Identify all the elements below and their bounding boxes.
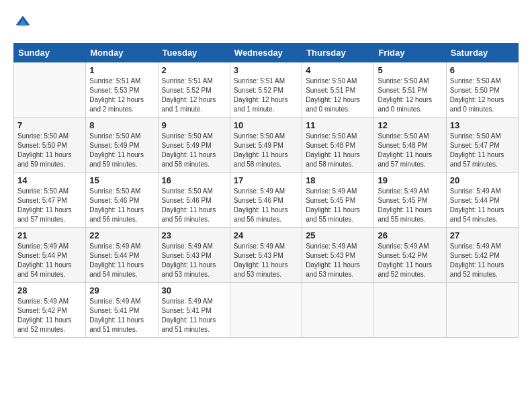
- day-number: 23: [162, 230, 226, 240]
- calendar-week-row: 14Sunrise: 5:50 AM Sunset: 5:47 PM Dayli…: [14, 173, 519, 228]
- day-info: Sunrise: 5:50 AM Sunset: 5:51 PM Dayligh…: [306, 77, 370, 114]
- day-number: 12: [378, 120, 442, 130]
- calendar-cell: 15Sunrise: 5:50 AM Sunset: 5:46 PM Dayli…: [86, 173, 158, 228]
- calendar-cell: [446, 283, 518, 338]
- calendar-cell: 10Sunrise: 5:50 AM Sunset: 5:49 PM Dayli…: [230, 118, 302, 173]
- day-number: 9: [162, 120, 226, 130]
- day-info: Sunrise: 5:50 AM Sunset: 5:50 PM Dayligh…: [450, 77, 515, 114]
- weekday-header: Wednesday: [230, 44, 302, 62]
- day-number: 21: [17, 230, 82, 240]
- calendar-cell: 5Sunrise: 5:50 AM Sunset: 5:51 PM Daylig…: [374, 62, 446, 118]
- calendar-cell: 18Sunrise: 5:49 AM Sunset: 5:45 PM Dayli…: [302, 173, 374, 228]
- day-number: 16: [162, 175, 226, 185]
- calendar-cell: [230, 283, 302, 338]
- day-info: Sunrise: 5:49 AM Sunset: 5:42 PM Dayligh…: [378, 242, 442, 279]
- calendar-cell: 12Sunrise: 5:50 AM Sunset: 5:48 PM Dayli…: [374, 118, 446, 173]
- calendar-week-row: 7Sunrise: 5:50 AM Sunset: 5:50 PM Daylig…: [14, 118, 519, 173]
- calendar-cell: 22Sunrise: 5:49 AM Sunset: 5:44 PM Dayli…: [86, 228, 158, 283]
- calendar-cell: 16Sunrise: 5:50 AM Sunset: 5:46 PM Dayli…: [158, 173, 230, 228]
- day-info: Sunrise: 5:50 AM Sunset: 5:49 PM Dayligh…: [89, 132, 154, 169]
- day-info: Sunrise: 5:51 AM Sunset: 5:53 PM Dayligh…: [89, 77, 154, 114]
- calendar-cell: 4Sunrise: 5:50 AM Sunset: 5:51 PM Daylig…: [302, 62, 374, 118]
- day-info: Sunrise: 5:50 AM Sunset: 5:48 PM Dayligh…: [306, 132, 370, 169]
- calendar-week-row: 21Sunrise: 5:49 AM Sunset: 5:44 PM Dayli…: [14, 228, 519, 283]
- day-number: 20: [450, 175, 515, 185]
- weekday-header: Friday: [374, 44, 446, 62]
- day-number: 5: [378, 65, 442, 75]
- calendar-week-row: 1Sunrise: 5:51 AM Sunset: 5:53 PM Daylig…: [14, 62, 519, 118]
- day-info: Sunrise: 5:49 AM Sunset: 5:45 PM Dayligh…: [378, 187, 442, 224]
- day-info: Sunrise: 5:51 AM Sunset: 5:52 PM Dayligh…: [162, 77, 226, 114]
- day-info: Sunrise: 5:50 AM Sunset: 5:47 PM Dayligh…: [450, 132, 515, 169]
- day-number: 2: [162, 65, 226, 75]
- day-number: 11: [306, 120, 370, 130]
- day-info: Sunrise: 5:50 AM Sunset: 5:48 PM Dayligh…: [378, 132, 442, 169]
- calendar-cell: [14, 62, 86, 118]
- day-info: Sunrise: 5:49 AM Sunset: 5:44 PM Dayligh…: [17, 242, 82, 279]
- day-info: Sunrise: 5:51 AM Sunset: 5:52 PM Dayligh…: [234, 77, 298, 114]
- calendar-cell: 6Sunrise: 5:50 AM Sunset: 5:50 PM Daylig…: [446, 62, 518, 118]
- day-info: Sunrise: 5:49 AM Sunset: 5:44 PM Dayligh…: [89, 242, 154, 279]
- day-info: Sunrise: 5:49 AM Sunset: 5:42 PM Dayligh…: [450, 242, 515, 279]
- calendar-cell: 21Sunrise: 5:49 AM Sunset: 5:44 PM Dayli…: [14, 228, 86, 283]
- day-number: 26: [378, 230, 442, 240]
- day-number: 8: [89, 120, 154, 130]
- calendar-cell: 28Sunrise: 5:49 AM Sunset: 5:42 PM Dayli…: [14, 283, 86, 338]
- weekday-header: Thursday: [302, 44, 374, 62]
- day-number: 28: [17, 285, 82, 295]
- day-number: 29: [89, 285, 154, 295]
- weekday-header: Tuesday: [158, 44, 230, 62]
- day-number: 22: [89, 230, 154, 240]
- day-info: Sunrise: 5:50 AM Sunset: 5:46 PM Dayligh…: [162, 187, 226, 224]
- weekday-header: Sunday: [14, 44, 86, 62]
- calendar-cell: 30Sunrise: 5:49 AM Sunset: 5:41 PM Dayli…: [158, 283, 230, 338]
- day-info: Sunrise: 5:50 AM Sunset: 5:46 PM Dayligh…: [89, 187, 154, 224]
- day-info: Sunrise: 5:50 AM Sunset: 5:50 PM Dayligh…: [17, 132, 82, 169]
- calendar-cell: 9Sunrise: 5:50 AM Sunset: 5:49 PM Daylig…: [158, 118, 230, 173]
- day-number: 25: [306, 230, 370, 240]
- day-number: 4: [306, 65, 370, 75]
- calendar-cell: 13Sunrise: 5:50 AM Sunset: 5:47 PM Dayli…: [446, 118, 518, 173]
- calendar-cell: 2Sunrise: 5:51 AM Sunset: 5:52 PM Daylig…: [158, 62, 230, 118]
- day-number: 19: [378, 175, 442, 185]
- day-info: Sunrise: 5:49 AM Sunset: 5:41 PM Dayligh…: [162, 297, 226, 334]
- calendar-cell: 23Sunrise: 5:49 AM Sunset: 5:43 PM Dayli…: [158, 228, 230, 283]
- calendar-table: SundayMondayTuesdayWednesdayThursdayFrid…: [13, 43, 519, 338]
- day-number: 10: [234, 120, 298, 130]
- calendar-cell: 8Sunrise: 5:50 AM Sunset: 5:49 PM Daylig…: [86, 118, 158, 173]
- page-header: [13, 13, 519, 32]
- day-number: 3: [234, 65, 298, 75]
- day-number: 14: [17, 175, 82, 185]
- calendar-cell: 20Sunrise: 5:49 AM Sunset: 5:44 PM Dayli…: [446, 173, 518, 228]
- weekday-header: Monday: [86, 44, 158, 62]
- calendar-cell: 7Sunrise: 5:50 AM Sunset: 5:50 PM Daylig…: [14, 118, 86, 173]
- day-number: 15: [89, 175, 154, 185]
- calendar-cell: 1Sunrise: 5:51 AM Sunset: 5:53 PM Daylig…: [86, 62, 158, 118]
- day-number: 6: [450, 65, 515, 75]
- calendar-week-row: 28Sunrise: 5:49 AM Sunset: 5:42 PM Dayli…: [14, 283, 519, 338]
- calendar-cell: 27Sunrise: 5:49 AM Sunset: 5:42 PM Dayli…: [446, 228, 518, 283]
- calendar-cell: 29Sunrise: 5:49 AM Sunset: 5:41 PM Dayli…: [86, 283, 158, 338]
- day-info: Sunrise: 5:49 AM Sunset: 5:43 PM Dayligh…: [162, 242, 226, 279]
- day-info: Sunrise: 5:49 AM Sunset: 5:41 PM Dayligh…: [89, 297, 154, 334]
- day-info: Sunrise: 5:50 AM Sunset: 5:49 PM Dayligh…: [162, 132, 226, 169]
- day-number: 13: [450, 120, 515, 130]
- day-info: Sunrise: 5:50 AM Sunset: 5:49 PM Dayligh…: [234, 132, 298, 169]
- day-number: 1: [89, 65, 154, 75]
- logo-icon: [13, 13, 32, 32]
- calendar-cell: 14Sunrise: 5:50 AM Sunset: 5:47 PM Dayli…: [14, 173, 86, 228]
- weekday-header-row: SundayMondayTuesdayWednesdayThursdayFrid…: [14, 44, 519, 62]
- calendar-cell: [374, 283, 446, 338]
- day-number: 27: [450, 230, 515, 240]
- day-info: Sunrise: 5:49 AM Sunset: 5:42 PM Dayligh…: [17, 297, 82, 334]
- day-info: Sunrise: 5:50 AM Sunset: 5:51 PM Dayligh…: [378, 77, 442, 114]
- calendar-cell: 24Sunrise: 5:49 AM Sunset: 5:43 PM Dayli…: [230, 228, 302, 283]
- day-number: 7: [17, 120, 82, 130]
- calendar-cell: 3Sunrise: 5:51 AM Sunset: 5:52 PM Daylig…: [230, 62, 302, 118]
- calendar-cell: 19Sunrise: 5:49 AM Sunset: 5:45 PM Dayli…: [374, 173, 446, 228]
- calendar-cell: 25Sunrise: 5:49 AM Sunset: 5:43 PM Dayli…: [302, 228, 374, 283]
- weekday-header: Saturday: [446, 44, 518, 62]
- logo: [13, 13, 35, 32]
- day-number: 18: [306, 175, 370, 185]
- day-info: Sunrise: 5:49 AM Sunset: 5:46 PM Dayligh…: [234, 187, 298, 224]
